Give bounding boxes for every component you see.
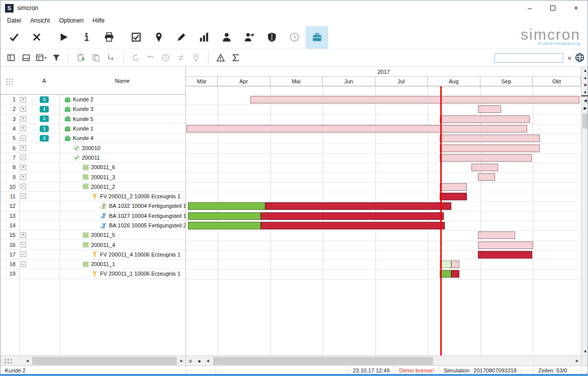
- time-clock-button[interactable]: [283, 26, 306, 49]
- tree-row[interactable]: 15+200011_5: [1, 230, 185, 240]
- gantt-scroll-left-button[interactable]: ◀: [204, 356, 212, 366]
- gantt-bar-planned[interactable]: [186, 125, 527, 133]
- filter-button[interactable]: [49, 51, 64, 65]
- expand-plus-icon[interactable]: +: [21, 97, 26, 102]
- gantt-bar-planned[interactable]: [478, 231, 515, 239]
- collapse-minus-icon[interactable]: −: [21, 184, 26, 189]
- gantt-bar-done[interactable]: [188, 202, 265, 210]
- gantt-bar-planned[interactable]: [440, 115, 530, 123]
- tree-row[interactable]: 10−200011_2: [1, 182, 185, 192]
- gantt-hscroll-track[interactable]: [212, 356, 573, 366]
- gantt-bar-late[interactable]: [265, 202, 451, 210]
- scroll-up-button[interactable]: ▲: [581, 67, 588, 74]
- print-button[interactable]: [97, 26, 120, 49]
- gantt-bar-planned[interactable]: [440, 154, 532, 162]
- expand-plus-icon[interactable]: +: [21, 232, 26, 238]
- collapse-minus-icon[interactable]: −: [21, 193, 26, 199]
- menu-item-optionen[interactable]: Optionen: [54, 16, 88, 25]
- conflicts-warning-button[interactable]: [213, 51, 228, 65]
- tree-row[interactable]: 17−FV 200011_4 10006 Erzeugnis 1: [1, 250, 185, 260]
- gantt-bar-planned[interactable]: [478, 105, 501, 113]
- orders-briefcase-button[interactable]: [306, 26, 328, 49]
- gantt-scroll-right-button[interactable]: ▶: [573, 356, 581, 366]
- gantt-bar-planned[interactable]: [250, 96, 579, 103]
- view-layout-menu-button[interactable]: ▾: [34, 51, 49, 65]
- menu-item-datei[interactable]: Datei: [3, 16, 26, 25]
- tree-row[interactable]: 16−200011_4: [1, 240, 185, 249]
- milestone-pin-button[interactable]: [147, 26, 170, 49]
- tree-row[interactable]: 4+1Kunde 1: [1, 124, 185, 134]
- zoom-fit-button[interactable]: ■: [195, 356, 204, 366]
- tree-row[interactable]: 2+1Kunde 3: [1, 104, 185, 114]
- gantt-bar-late[interactable]: [261, 222, 445, 229]
- collapse-minus-icon[interactable]: −: [21, 262, 26, 267]
- close-button[interactable]: ×: [564, 1, 587, 16]
- tree-row[interactable]: 1+3Kunde 2: [1, 95, 185, 104]
- resources-person-button[interactable]: [215, 26, 238, 49]
- globe-icon[interactable]: [575, 53, 585, 63]
- statistics-chart-button[interactable]: [192, 26, 215, 49]
- tree-scroll-right-button[interactable]: ▶: [178, 356, 185, 366]
- refresh-button[interactable]: [128, 51, 143, 65]
- gantt-bar-planned[interactable]: [478, 173, 495, 181]
- gantt-bar-planned[interactable]: [440, 145, 540, 152]
- column-header-a[interactable]: A: [29, 67, 59, 95]
- vscroll-track[interactable]: [581, 112, 588, 348]
- expand-plus-icon[interactable]: +: [21, 126, 26, 131]
- undo-button[interactable]: [143, 51, 158, 65]
- column-header-name[interactable]: Name: [59, 67, 185, 95]
- minimize-button[interactable]: –: [518, 1, 541, 16]
- copy-button[interactable]: [88, 51, 104, 65]
- confirm-check-button[interactable]: [3, 26, 25, 49]
- vscroll-thumb[interactable]: [582, 113, 588, 129]
- collapse-minus-icon[interactable]: −: [21, 242, 26, 247]
- gantt-bar-late[interactable]: [440, 193, 467, 200]
- expand-plus-icon[interactable]: +: [21, 174, 26, 180]
- gantt-bar-late[interactable]: [261, 212, 444, 220]
- cancel-cross-button[interactable]: [25, 26, 48, 49]
- tree-row[interactable]: 3+1Kunde 5: [1, 114, 185, 124]
- gantt-hscroll-thumb[interactable]: [213, 357, 433, 365]
- protection-shield-button[interactable]: [260, 26, 283, 49]
- gantt-bar-done[interactable]: [188, 212, 261, 220]
- step-left-button[interactable]: ◀: [581, 97, 588, 104]
- menu-item-hilfe[interactable]: Hilfe: [88, 16, 109, 25]
- gantt-bar-planned[interactable]: [440, 135, 540, 142]
- sum-sigma-button[interactable]: [228, 51, 243, 65]
- tree-row[interactable]: 7−200011: [1, 153, 185, 163]
- gantt-bar-planned[interactable]: [478, 241, 533, 249]
- row-height-menu-button[interactable]: ≡: [186, 356, 195, 366]
- move-structure-button[interactable]: [104, 51, 119, 65]
- tree-row[interactable]: 14BA 1026 10005 Fertigungsteil 2: [1, 221, 185, 230]
- tree-row[interactable]: 19FV 200011_1 10006 Erzeugnis 1: [1, 269, 185, 279]
- step-right-button[interactable]: ▶: [581, 104, 588, 112]
- search-input[interactable]: [495, 53, 563, 63]
- expand-plus-icon[interactable]: +: [21, 165, 26, 170]
- tree-scroll-left-button[interactable]: ◀: [24, 356, 31, 366]
- tree-row[interactable]: 11−FV 200011_2 10006 Erzeugnis 1: [1, 192, 185, 201]
- view-split-columns-button[interactable]: [4, 51, 19, 65]
- tree-row[interactable]: 12BA 1032 10004 Fertigungsteil 1: [1, 201, 185, 211]
- maximize-button[interactable]: [541, 1, 564, 16]
- view-split-rows-button[interactable]: [19, 51, 34, 65]
- gantt-bar-planned[interactable]: [471, 164, 498, 171]
- tree-row[interactable]: 5−2Kunde 4: [1, 134, 185, 143]
- tree-row[interactable]: 18−200011_1: [1, 260, 185, 269]
- edit-pen-button[interactable]: [170, 26, 192, 49]
- clear-search-button[interactable]: ×: [565, 53, 573, 63]
- gantt-bar-planned[interactable]: [440, 183, 467, 191]
- scroll-down-button[interactable]: ▼: [581, 348, 588, 355]
- expand-plus-icon[interactable]: +: [21, 116, 26, 121]
- expand-plus-icon[interactable]: +: [21, 106, 26, 112]
- tree-row[interactable]: 13BA 1027 10004 Fertigungsteil 1: [1, 211, 185, 221]
- jump-marker-button[interactable]: ●: [581, 74, 588, 82]
- info-button[interactable]: [75, 26, 97, 49]
- gantt-bar-planned[interactable]: [451, 261, 459, 268]
- swap-arrows-button[interactable]: [173, 51, 188, 65]
- expand-plus-icon[interactable]: +: [21, 145, 26, 151]
- tree-row[interactable]: 9+200011_3: [1, 172, 185, 182]
- simulation-play-button[interactable]: [52, 26, 75, 49]
- gantt-bar-late[interactable]: [451, 270, 459, 278]
- plan-check-button[interactable]: [125, 26, 147, 49]
- tree-hscroll-track[interactable]: [31, 356, 178, 366]
